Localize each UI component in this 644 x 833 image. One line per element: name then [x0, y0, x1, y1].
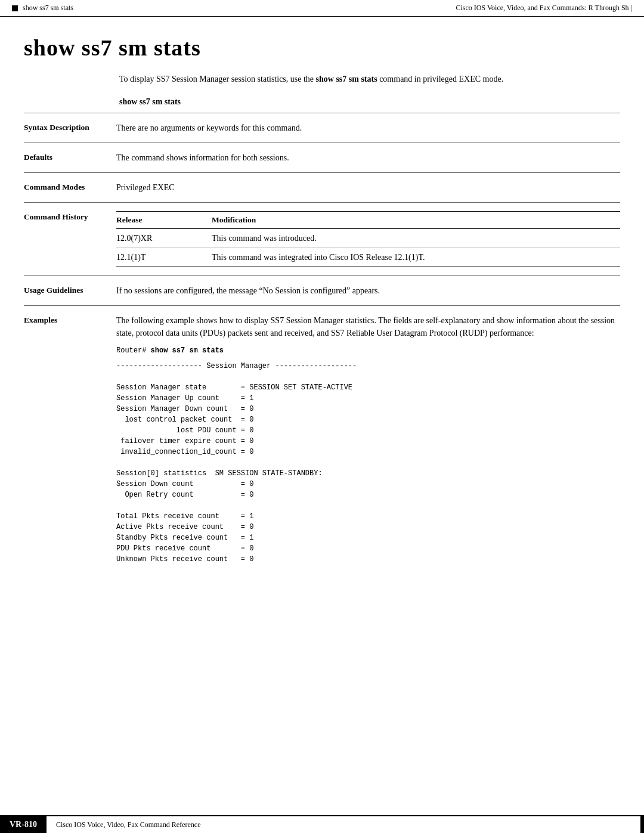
syntax-description-row: Syntax Description There are no argument…	[24, 113, 620, 143]
history-release-cell: 12.1(1)T	[116, 248, 212, 267]
table-row: 12.1(1)TThis command was integrated into…	[116, 248, 620, 267]
bottom-footer: VR-810 Cisco IOS Voice, Video, Fax Comma…	[0, 815, 644, 833]
intro-text: To display SS7 Session Manager session s…	[119, 73, 503, 85]
intro-bold-command: show ss7 sm stats	[316, 75, 377, 83]
top-bar-left: show ss7 sm stats	[12, 4, 73, 13]
footer-text: Cisco IOS Voice, Video, Fax Command Refe…	[47, 816, 210, 833]
intro-before-bold: To display SS7 Session Manager session s…	[119, 75, 316, 83]
footer-right-line	[640, 816, 644, 833]
defaults-content: The command shows information for both s…	[116, 151, 620, 164]
history-release-cell: 12.0(7)XR	[116, 229, 212, 248]
footer-badge: VR-810	[0, 816, 47, 833]
router-line: Router# show ss7 sm stats	[116, 345, 620, 356]
history-modification-cell: This command was introduced.	[212, 229, 620, 248]
top-bar-square-icon	[12, 5, 18, 11]
history-table: Release Modification 12.0(7)XRThis comma…	[116, 211, 620, 267]
usage-guidelines-row: Usage Guidelines If no sessions are conf…	[24, 275, 620, 305]
command-modes-row: Command Modes Privileged EXEC	[24, 172, 620, 202]
code-output: -------------------- Session Manager ---…	[116, 361, 620, 565]
history-modification-cell: This command was integrated into Cisco I…	[212, 248, 620, 267]
router-command: show ss7 sm stats	[151, 346, 224, 355]
command-syntax-text: show ss7 sm stats	[119, 97, 181, 106]
router-prompt: Router#	[116, 346, 151, 355]
examples-row: Examples The following example shows how…	[24, 305, 620, 573]
usage-guidelines-label: Usage Guidelines	[24, 284, 116, 297]
main-content: To display SS7 Session Manager session s…	[0, 73, 644, 621]
examples-label: Examples	[24, 314, 116, 565]
page-title: show ss7 sm stats	[0, 17, 644, 73]
usage-guidelines-content: If no sessions are configured, the messa…	[116, 284, 620, 297]
syntax-description-content: There are no arguments or keywords for t…	[116, 122, 620, 134]
top-bar-page-label: show ss7 sm stats	[23, 4, 73, 13]
top-bar-title: Cisco IOS Voice, Video, and Fax Commands…	[456, 4, 629, 12]
command-history-row: Command History Release Modification 12.…	[24, 202, 620, 275]
command-modes-label: Command Modes	[24, 181, 116, 194]
defaults-label: Defaults	[24, 151, 116, 164]
examples-content: The following example shows how to displ…	[116, 314, 620, 565]
history-col-modification: Modification	[212, 212, 620, 229]
table-row: 12.0(7)XRThis command was introduced.	[116, 229, 620, 248]
history-col-release: Release	[116, 212, 212, 229]
command-history-content: Release Modification 12.0(7)XRThis comma…	[116, 211, 620, 267]
command-history-label: Command History	[24, 211, 116, 267]
top-bar-right: Cisco IOS Voice, Video, and Fax Commands…	[456, 4, 632, 13]
syntax-description-label: Syntax Description	[24, 122, 116, 134]
command-syntax-block: show ss7 sm stats	[24, 97, 620, 107]
intro-after-bold: command in privileged EXEC mode.	[377, 75, 504, 83]
intro-section: To display SS7 Session Manager session s…	[24, 73, 620, 85]
top-bar-separator: |	[631, 4, 632, 12]
defaults-row: Defaults The command shows information f…	[24, 143, 620, 172]
examples-description: The following example shows how to displ…	[116, 314, 620, 339]
command-modes-content: Privileged EXEC	[116, 181, 620, 194]
top-bar: show ss7 sm stats Cisco IOS Voice, Video…	[0, 0, 644, 17]
